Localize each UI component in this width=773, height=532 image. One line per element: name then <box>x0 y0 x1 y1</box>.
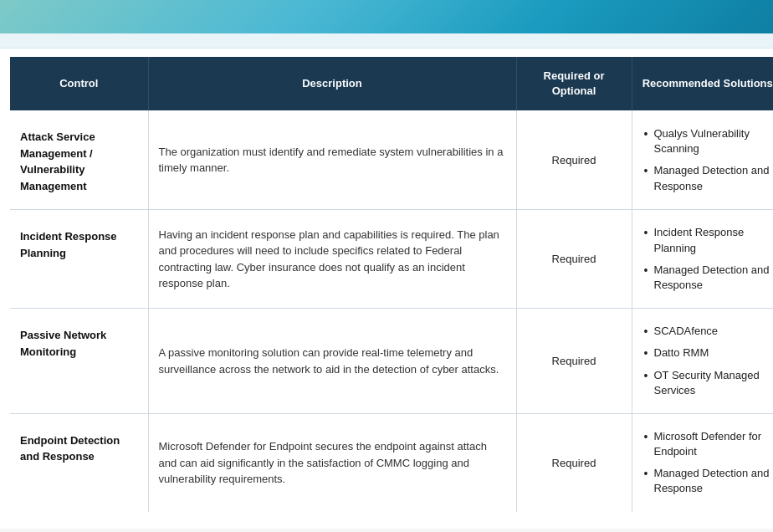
solution-item: Incident Response Planning <box>642 225 774 255</box>
solutions-list: Qualys Vulnerability ScanningManaged Det… <box>642 126 774 194</box>
col-header-description: Description <box>148 57 516 110</box>
solutions-list: Microsoft Defender for EndpointManaged D… <box>642 429 774 497</box>
table-row: Passive Network MonitoringA passive moni… <box>10 309 773 414</box>
table-row: Attack Service Management / Vulnerabilit… <box>10 110 773 210</box>
table-row: Incident Response PlanningHaving an inci… <box>10 210 773 309</box>
cell-solutions: Incident Response PlanningManaged Detect… <box>632 210 773 309</box>
solution-item: Managed Detection and Response <box>642 263 774 293</box>
cell-solutions: Qualys Vulnerability ScanningManaged Det… <box>632 110 773 210</box>
cell-control-name: Endpoint Detection and Response <box>10 413 148 511</box>
solution-item: Managed Detection and Response <box>642 466 774 496</box>
table-wrapper: Control Description Required or Optional… <box>0 49 773 529</box>
cell-status: Required <box>516 413 632 511</box>
sub-bar <box>0 33 773 49</box>
col-header-control: Control <box>10 57 148 110</box>
cell-status: Required <box>516 110 632 210</box>
cell-solutions: SCADAfenceDatto RMMOT Security Managed S… <box>632 309 773 414</box>
cell-solutions: Microsoft Defender for EndpointManaged D… <box>632 413 773 511</box>
solution-item: Datto RMM <box>642 345 774 361</box>
cell-status: Required <box>516 309 632 414</box>
solution-item: Managed Detection and Response <box>642 163 774 193</box>
solutions-list: SCADAfenceDatto RMMOT Security Managed S… <box>642 324 774 398</box>
cell-description: The organization must identify and remed… <box>148 110 516 210</box>
cell-description: Having an incident response plan and cap… <box>148 210 516 309</box>
top-bar <box>0 0 773 33</box>
cell-control-name: Passive Network Monitoring <box>10 309 148 414</box>
controls-table: Control Description Required or Optional… <box>10 57 773 512</box>
solution-item: OT Security Managed Services <box>642 368 774 398</box>
table-row: Endpoint Detection and ResponseMicrosoft… <box>10 413 773 511</box>
solution-item: SCADAfence <box>642 324 774 339</box>
cell-control-name: Incident Response Planning <box>10 210 148 309</box>
col-header-required-optional: Required or Optional <box>516 57 632 110</box>
cell-description: Microsoft Defender for Endpoint secures … <box>148 413 516 511</box>
table-header-row: Control Description Required or Optional… <box>10 57 773 110</box>
solution-item: Qualys Vulnerability Scanning <box>642 126 774 156</box>
cell-description: A passive monitoring solution can provid… <box>148 309 516 414</box>
cell-control-name: Attack Service Management / Vulnerabilit… <box>10 110 148 210</box>
solution-item: Microsoft Defender for Endpoint <box>642 429 774 459</box>
cell-status: Required <box>516 210 632 309</box>
solutions-list: Incident Response PlanningManaged Detect… <box>642 225 774 293</box>
col-header-recommended-solutions: Recommended Solutions <box>632 57 773 110</box>
